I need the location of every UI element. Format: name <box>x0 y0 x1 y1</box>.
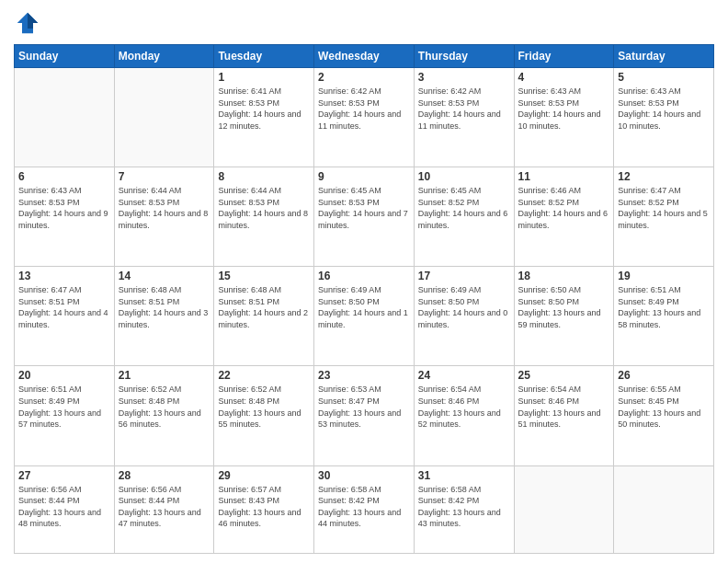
calendar-cell: 20Sunrise: 6:51 AM Sunset: 8:49 PM Dayli… <box>15 366 115 465</box>
day-info: Sunrise: 6:43 AM Sunset: 8:53 PM Dayligh… <box>618 86 710 132</box>
day-info: Sunrise: 6:46 AM Sunset: 8:52 PM Dayligh… <box>518 185 610 231</box>
calendar-cell: 8Sunrise: 6:44 AM Sunset: 8:53 PM Daylig… <box>214 167 314 267</box>
day-number: 14 <box>119 270 210 282</box>
day-number: 17 <box>418 270 510 282</box>
day-number: 15 <box>218 270 310 282</box>
day-number: 26 <box>618 369 710 382</box>
calendar-cell: 11Sunrise: 6:46 AM Sunset: 8:52 PM Dayli… <box>514 167 614 267</box>
calendar-cell: 2Sunrise: 6:42 AM Sunset: 8:53 PM Daylig… <box>314 68 415 167</box>
day-info: Sunrise: 6:43 AM Sunset: 8:53 PM Dayligh… <box>518 86 610 132</box>
day-number: 7 <box>119 170 210 183</box>
day-info: Sunrise: 6:45 AM Sunset: 8:53 PM Dayligh… <box>318 185 410 231</box>
calendar-cell: 17Sunrise: 6:49 AM Sunset: 8:50 PM Dayli… <box>414 267 514 366</box>
day-number: 3 <box>418 71 510 84</box>
day-info: Sunrise: 6:52 AM Sunset: 8:48 PM Dayligh… <box>218 384 310 430</box>
day-info: Sunrise: 6:50 AM Sunset: 8:50 PM Dayligh… <box>518 284 610 330</box>
weekday-friday: Friday <box>514 45 614 68</box>
day-info: Sunrise: 6:53 AM Sunset: 8:47 PM Dayligh… <box>318 384 410 430</box>
day-info: Sunrise: 6:47 AM Sunset: 8:51 PM Dayligh… <box>18 284 110 330</box>
day-number: 24 <box>418 369 510 382</box>
day-info: Sunrise: 6:54 AM Sunset: 8:46 PM Dayligh… <box>418 384 510 430</box>
day-info: Sunrise: 6:42 AM Sunset: 8:53 PM Dayligh… <box>418 86 510 132</box>
day-info: Sunrise: 6:56 AM Sunset: 8:44 PM Dayligh… <box>18 484 110 530</box>
weekday-monday: Monday <box>114 45 214 68</box>
calendar-cell: 23Sunrise: 6:53 AM Sunset: 8:47 PM Dayli… <box>314 366 415 465</box>
calendar-cell: 18Sunrise: 6:50 AM Sunset: 8:50 PM Dayli… <box>514 267 614 366</box>
svg-marker-1 <box>28 13 38 29</box>
day-info: Sunrise: 6:58 AM Sunset: 8:42 PM Dayligh… <box>418 484 510 530</box>
calendar-cell <box>15 68 115 167</box>
calendar-cell: 16Sunrise: 6:49 AM Sunset: 8:50 PM Dayli… <box>314 267 415 366</box>
weekday-saturday: Saturday <box>614 45 714 68</box>
calendar-cell: 30Sunrise: 6:58 AM Sunset: 8:42 PM Dayli… <box>314 465 415 553</box>
day-number: 16 <box>318 270 410 282</box>
day-info: Sunrise: 6:51 AM Sunset: 8:49 PM Dayligh… <box>18 384 110 430</box>
day-number: 21 <box>119 369 210 382</box>
calendar-cell: 5Sunrise: 6:43 AM Sunset: 8:53 PM Daylig… <box>614 68 714 167</box>
calendar-cell: 19Sunrise: 6:51 AM Sunset: 8:49 PM Dayli… <box>614 267 714 366</box>
calendar-cell: 26Sunrise: 6:55 AM Sunset: 8:45 PM Dayli… <box>614 366 714 465</box>
day-number: 1 <box>218 71 310 84</box>
day-info: Sunrise: 6:54 AM Sunset: 8:46 PM Dayligh… <box>518 384 610 430</box>
day-number: 10 <box>418 170 510 183</box>
calendar-cell: 6Sunrise: 6:43 AM Sunset: 8:53 PM Daylig… <box>15 167 115 267</box>
header <box>14 9 714 37</box>
day-number: 23 <box>318 369 410 382</box>
day-info: Sunrise: 6:41 AM Sunset: 8:53 PM Dayligh… <box>218 86 310 132</box>
weekday-thursday: Thursday <box>414 45 514 68</box>
calendar-cell: 27Sunrise: 6:56 AM Sunset: 8:44 PM Dayli… <box>15 465 115 553</box>
calendar-week-1: 1Sunrise: 6:41 AM Sunset: 8:53 PM Daylig… <box>15 68 714 167</box>
weekday-sunday: Sunday <box>15 45 115 68</box>
calendar-cell: 15Sunrise: 6:48 AM Sunset: 8:51 PM Dayli… <box>214 267 314 366</box>
day-info: Sunrise: 6:49 AM Sunset: 8:50 PM Dayligh… <box>418 284 510 330</box>
day-info: Sunrise: 6:48 AM Sunset: 8:51 PM Dayligh… <box>218 284 310 330</box>
page: SundayMondayTuesdayWednesdayThursdayFrid… <box>0 0 728 563</box>
calendar-week-2: 6Sunrise: 6:43 AM Sunset: 8:53 PM Daylig… <box>15 167 714 267</box>
day-number: 6 <box>18 170 110 183</box>
calendar-cell <box>114 68 214 167</box>
day-info: Sunrise: 6:58 AM Sunset: 8:42 PM Dayligh… <box>318 484 410 530</box>
day-number: 18 <box>518 270 610 282</box>
calendar-cell: 25Sunrise: 6:54 AM Sunset: 8:46 PM Dayli… <box>514 366 614 465</box>
day-info: Sunrise: 6:56 AM Sunset: 8:44 PM Dayligh… <box>119 484 210 530</box>
day-info: Sunrise: 6:52 AM Sunset: 8:48 PM Dayligh… <box>119 384 210 430</box>
day-number: 22 <box>218 369 310 382</box>
day-info: Sunrise: 6:51 AM Sunset: 8:49 PM Dayligh… <box>618 284 710 330</box>
weekday-header-row: SundayMondayTuesdayWednesdayThursdayFrid… <box>15 45 714 68</box>
day-info: Sunrise: 6:49 AM Sunset: 8:50 PM Dayligh… <box>318 284 410 330</box>
day-info: Sunrise: 6:42 AM Sunset: 8:53 PM Dayligh… <box>318 86 410 132</box>
day-number: 4 <box>518 71 610 84</box>
calendar-cell: 13Sunrise: 6:47 AM Sunset: 8:51 PM Dayli… <box>15 267 115 366</box>
calendar-cell: 4Sunrise: 6:43 AM Sunset: 8:53 PM Daylig… <box>514 68 614 167</box>
calendar-cell: 22Sunrise: 6:52 AM Sunset: 8:48 PM Dayli… <box>214 366 314 465</box>
day-number: 12 <box>618 170 710 183</box>
calendar-table: SundayMondayTuesdayWednesdayThursdayFrid… <box>14 44 714 554</box>
day-info: Sunrise: 6:44 AM Sunset: 8:53 PM Dayligh… <box>218 185 310 231</box>
day-number: 29 <box>218 469 310 482</box>
day-info: Sunrise: 6:47 AM Sunset: 8:52 PM Dayligh… <box>618 185 710 231</box>
calendar-cell: 29Sunrise: 6:57 AM Sunset: 8:43 PM Dayli… <box>214 465 314 553</box>
calendar-cell: 14Sunrise: 6:48 AM Sunset: 8:51 PM Dayli… <box>114 267 214 366</box>
calendar-cell: 10Sunrise: 6:45 AM Sunset: 8:52 PM Dayli… <box>414 167 514 267</box>
calendar-cell <box>514 465 614 553</box>
logo <box>14 9 45 37</box>
day-number: 28 <box>119 469 210 482</box>
day-info: Sunrise: 6:44 AM Sunset: 8:53 PM Dayligh… <box>119 185 210 231</box>
day-info: Sunrise: 6:48 AM Sunset: 8:51 PM Dayligh… <box>119 284 210 330</box>
calendar-week-5: 27Sunrise: 6:56 AM Sunset: 8:44 PM Dayli… <box>15 465 714 553</box>
day-number: 20 <box>18 369 110 382</box>
calendar-cell: 3Sunrise: 6:42 AM Sunset: 8:53 PM Daylig… <box>414 68 514 167</box>
day-info: Sunrise: 6:57 AM Sunset: 8:43 PM Dayligh… <box>218 484 310 530</box>
day-number: 5 <box>618 71 710 84</box>
day-number: 8 <box>218 170 310 183</box>
day-info: Sunrise: 6:45 AM Sunset: 8:52 PM Dayligh… <box>418 185 510 231</box>
calendar-cell: 7Sunrise: 6:44 AM Sunset: 8:53 PM Daylig… <box>114 167 214 267</box>
calendar-cell: 9Sunrise: 6:45 AM Sunset: 8:53 PM Daylig… <box>314 167 415 267</box>
calendar-cell: 1Sunrise: 6:41 AM Sunset: 8:53 PM Daylig… <box>214 68 314 167</box>
day-number: 31 <box>418 469 510 482</box>
day-number: 9 <box>318 170 410 183</box>
day-info: Sunrise: 6:55 AM Sunset: 8:45 PM Dayligh… <box>618 384 710 430</box>
calendar-cell: 31Sunrise: 6:58 AM Sunset: 8:42 PM Dayli… <box>414 465 514 553</box>
day-info: Sunrise: 6:43 AM Sunset: 8:53 PM Dayligh… <box>18 185 110 231</box>
calendar-week-4: 20Sunrise: 6:51 AM Sunset: 8:49 PM Dayli… <box>15 366 714 465</box>
